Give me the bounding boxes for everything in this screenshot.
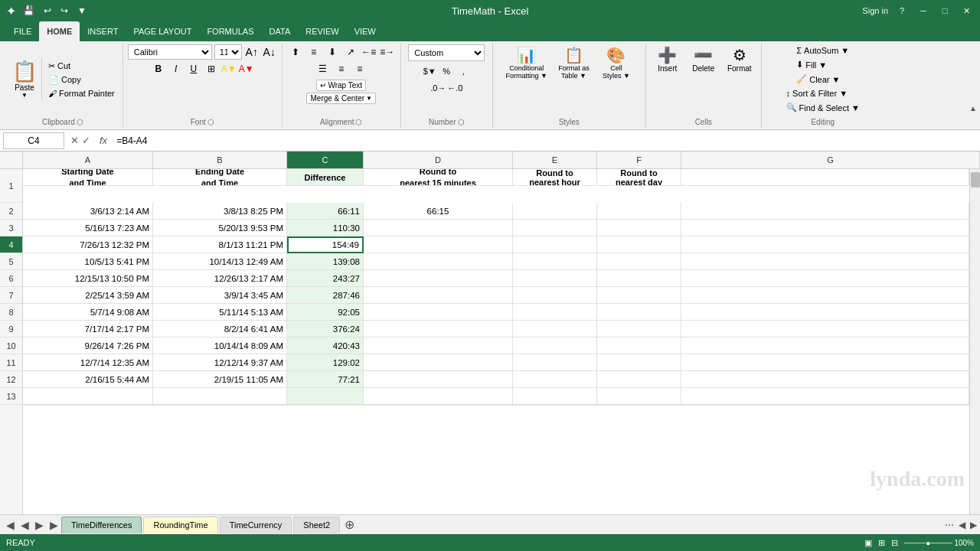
italic-button[interactable]: I <box>168 61 184 77</box>
cell-c10[interactable]: 420:43 <box>287 337 364 354</box>
quick-save[interactable]: 💾 <box>21 5 37 16</box>
cell-f7[interactable] <box>597 287 681 304</box>
col-header-d[interactable]: D <box>364 152 513 168</box>
col-header-e[interactable]: E <box>513 152 597 168</box>
cell-d4[interactable] <box>364 236 513 253</box>
font-expand-icon[interactable]: ⬡ <box>207 118 214 126</box>
cell-c1[interactable]: Difference <box>287 169 364 186</box>
sheet-tab-timecurrency[interactable]: TimeCurrency <box>220 517 292 533</box>
sheet-options-btn[interactable]: ⋯ <box>945 520 954 530</box>
cell-b1[interactable]: Ending Dateand Time <box>153 169 287 186</box>
currency-btn[interactable]: $▼ <box>422 64 437 79</box>
ribbon-collapse-btn[interactable]: ▲ <box>969 43 977 128</box>
cell-c4[interactable]: 154:49 <box>287 236 364 253</box>
insert-button[interactable]: ➕ Insert <box>651 44 684 74</box>
format-as-table-button[interactable]: 📋 Format asTable ▼ <box>553 44 595 81</box>
cell-e11[interactable] <box>513 354 597 371</box>
quick-undo[interactable]: ↩ <box>41 5 54 16</box>
cell-g3[interactable] <box>681 220 969 236</box>
sheet-nav-next[interactable]: ▶ <box>32 519 47 531</box>
cell-a10[interactable]: 9/26/14 7:26 PM <box>23 337 153 354</box>
number-expand-icon[interactable]: ⬡ <box>458 118 465 126</box>
cell-c6[interactable]: 243:27 <box>287 270 364 287</box>
cell-b13[interactable] <box>153 388 287 405</box>
cell-d9[interactable] <box>364 321 513 337</box>
cell-b2[interactable]: 3/8/13 8:25 PM <box>153 203 287 220</box>
row-num-13[interactable]: 13 <box>0 388 22 405</box>
cell-f2[interactable] <box>597 203 681 220</box>
tab-formulas[interactable]: FORMULAS <box>199 21 261 41</box>
align-top-btn[interactable]: ⬆ <box>287 44 304 60</box>
sheet-nav-prev2[interactable]: ◀ <box>18 519 32 531</box>
cell-e9[interactable] <box>513 321 597 337</box>
sheet-tab-timedifferences[interactable]: TimeDifferences <box>61 517 142 533</box>
zoom-slider[interactable]: ────●──── 100% <box>904 539 974 547</box>
cell-styles-button[interactable]: 🎨 CellStyles ▼ <box>597 44 635 81</box>
cell-b8[interactable]: 5/11/14 5:13 AM <box>153 304 287 321</box>
fill-button[interactable]: ⬇ Fill ▼ <box>793 58 852 71</box>
indent-increase-btn[interactable]: ≡→ <box>379 44 396 60</box>
row-num-1[interactable]: 1 <box>0 169 22 203</box>
increase-font-btn[interactable]: A↑ <box>244 44 260 60</box>
formula-input[interactable] <box>113 134 977 148</box>
clipboard-expand-icon[interactable]: ⬡ <box>77 118 83 126</box>
col-header-f[interactable]: F <box>597 152 681 168</box>
cell-e1[interactable]: Round tonearest hour <box>513 169 597 186</box>
cell-b6[interactable]: 12/26/13 2:17 AM <box>153 270 287 287</box>
cell-f11[interactable] <box>597 354 681 371</box>
tab-review[interactable]: REVIEW <box>298 21 346 41</box>
cell-a13[interactable] <box>23 388 153 405</box>
cell-f6[interactable] <box>597 270 681 287</box>
cell-f4[interactable] <box>597 236 681 253</box>
conditional-formatting-button[interactable]: 📊 ConditionalFormatting ▼ <box>503 44 550 81</box>
cell-c3[interactable]: 110:30 <box>287 220 364 236</box>
row-num-12[interactable]: 12 <box>0 371 22 388</box>
cell-d12[interactable] <box>364 371 513 388</box>
row-num-3[interactable]: 3 <box>0 220 22 236</box>
close-btn[interactable]: ✕ <box>959 3 974 18</box>
cell-b5[interactable]: 10/14/13 12:49 AM <box>153 253 287 270</box>
cell-a7[interactable]: 2/25/14 3:59 AM <box>23 287 153 304</box>
cell-f13[interactable] <box>597 388 681 405</box>
cell-d13[interactable] <box>364 388 513 405</box>
cell-f1[interactable]: Round tonearest day <box>597 169 681 186</box>
cell-e3[interactable] <box>513 220 597 236</box>
percent-btn[interactable]: % <box>439 64 454 79</box>
quick-customize[interactable]: ▼ <box>75 5 89 16</box>
font-name-select[interactable]: Calibri <box>128 44 212 60</box>
cell-c7[interactable]: 287:46 <box>287 287 364 304</box>
cell-g7[interactable] <box>681 287 969 304</box>
row-num-10[interactable]: 10 <box>0 337 22 354</box>
cell-g13[interactable] <box>681 388 969 405</box>
cell-f8[interactable] <box>597 304 681 321</box>
paste-button[interactable]: 📋 Paste ▼ <box>8 58 42 100</box>
tab-data[interactable]: DATA <box>262 21 299 41</box>
cell-g5[interactable] <box>681 253 969 270</box>
cell-g12[interactable] <box>681 371 969 388</box>
cell-b3[interactable]: 5/20/13 9:53 PM <box>153 220 287 236</box>
cell-e2[interactable] <box>513 203 597 220</box>
col-header-g[interactable]: G <box>681 152 980 168</box>
confirm-formula-icon[interactable]: ✓ <box>82 135 90 146</box>
cell-c13[interactable] <box>287 388 364 405</box>
clear-button[interactable]: 🧹 Clear ▼ <box>793 73 852 86</box>
vertical-scrollbar[interactable] <box>969 169 980 514</box>
align-center-btn[interactable]: ≡ <box>333 61 350 77</box>
cell-f10[interactable] <box>597 337 681 354</box>
cell-f9[interactable] <box>597 321 681 337</box>
delete-button[interactable]: ➖ Delete <box>687 44 720 74</box>
cell-c12[interactable]: 77:21 <box>287 371 364 388</box>
cell-g4[interactable] <box>681 236 969 253</box>
cell-b12[interactable]: 2/19/15 11:05 AM <box>153 371 287 388</box>
cell-e12[interactable] <box>513 371 597 388</box>
col-header-a[interactable]: A <box>23 152 153 168</box>
cell-g1[interactable] <box>681 169 969 186</box>
cell-g8[interactable] <box>681 304 969 321</box>
col-header-b[interactable]: B <box>153 152 287 168</box>
tab-pagelayout[interactable]: PAGE LAYOUT <box>126 21 199 41</box>
row-num-5[interactable]: 5 <box>0 253 22 270</box>
wrap-text-button[interactable]: ↵ Wrap Text <box>316 80 366 91</box>
indent-decrease-btn[interactable]: ←≡ <box>361 44 377 60</box>
cell-b10[interactable]: 10/14/14 8:09 AM <box>153 337 287 354</box>
add-sheet-button[interactable]: ⊕ <box>341 517 358 532</box>
